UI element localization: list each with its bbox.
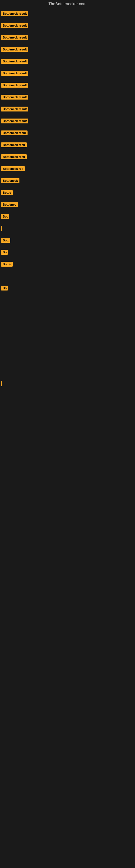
list-item <box>0 366 135 378</box>
list-item: Bo <box>0 282 135 294</box>
list-item <box>0 330 135 342</box>
bottleneck-result-badge[interactable]: Bottleneck result <box>1 119 28 123</box>
list-item: Bottle <box>0 187 135 198</box>
bottleneck-result-badge[interactable]: Bottleneck resu <box>1 143 27 147</box>
bottleneck-result-badge[interactable]: Bottle <box>1 262 13 267</box>
list-item <box>0 306 135 318</box>
cursor-indicator <box>1 381 2 386</box>
list-item: Bo <box>0 246 135 258</box>
list-item <box>0 294 135 306</box>
list-item <box>0 318 135 330</box>
list-item <box>0 378 135 390</box>
bottleneck-result-badge[interactable]: Bot <box>1 214 9 219</box>
bottleneck-result-badge[interactable]: Bottleneck result <box>1 59 28 64</box>
list-item: Bot <box>0 211 135 222</box>
list-item <box>0 270 135 282</box>
bottleneck-result-badge[interactable]: Bottleneck result <box>1 83 28 88</box>
list-item: Bottleneck resul <box>0 127 135 139</box>
bottleneck-result-badge[interactable]: Bottleneck result <box>1 71 28 76</box>
bottleneck-result-badge[interactable]: Bottleneck result <box>1 11 28 16</box>
list-item: Bott <box>0 235 135 246</box>
bottleneck-result-badge[interactable]: Bottleneck result <box>1 23 28 28</box>
list-item: Bottle <box>0 258 135 270</box>
bottleneck-result-badge[interactable]: Bo <box>1 286 8 290</box>
list-item: Bottleneck result <box>0 103 135 115</box>
bottleneck-result-badge[interactable]: Bottle <box>1 190 13 195</box>
list-item: Bottleneck resu <box>0 139 135 151</box>
bottleneck-result-badge[interactable]: Bottleneck result <box>1 35 28 40</box>
list-item: Bottleneck result <box>0 31 135 43</box>
list-item: Bottleneck result <box>0 8 135 20</box>
list-item: Bottleneck res <box>0 163 135 175</box>
list-item: Bottleneck result <box>0 79 135 91</box>
bottleneck-result-badge[interactable]: Bottleneck <box>1 178 19 183</box>
list-item: Bottleneck result <box>0 55 135 67</box>
list-item <box>0 342 135 354</box>
list-item: Bottleneck result <box>0 115 135 127</box>
list-item <box>0 354 135 366</box>
bottleneck-result-badge[interactable]: Bottleneck res <box>1 166 25 171</box>
bottleneck-result-badge[interactable]: Bott <box>1 238 10 243</box>
list-item: Bottleneck result <box>0 67 135 79</box>
bottleneck-result-badge[interactable]: Bottlenec <box>1 202 18 207</box>
bottleneck-result-badge[interactable]: Bottleneck resu <box>1 154 27 159</box>
cursor-indicator <box>1 226 2 231</box>
bottleneck-result-badge[interactable]: Bottleneck result <box>1 47 28 52</box>
list-item: Bottleneck result <box>0 20 135 31</box>
bottleneck-result-badge[interactable]: Bottleneck result <box>1 106 28 112</box>
bottleneck-result-badge[interactable]: Bottleneck resul <box>1 130 28 135</box>
list-item: Bottleneck result <box>0 91 135 103</box>
bottleneck-result-badge[interactable]: Bo <box>1 250 8 255</box>
list-item <box>0 222 135 235</box>
site-title: TheBottlenecker.com <box>0 0 135 8</box>
list-item: Bottleneck result <box>0 43 135 55</box>
list-item: Bottleneck <box>0 175 135 187</box>
bottleneck-result-badge[interactable]: Bottleneck result <box>1 95 28 99</box>
list-item: Bottlenec <box>0 198 135 211</box>
list-item: Bottleneck resu <box>0 151 135 163</box>
